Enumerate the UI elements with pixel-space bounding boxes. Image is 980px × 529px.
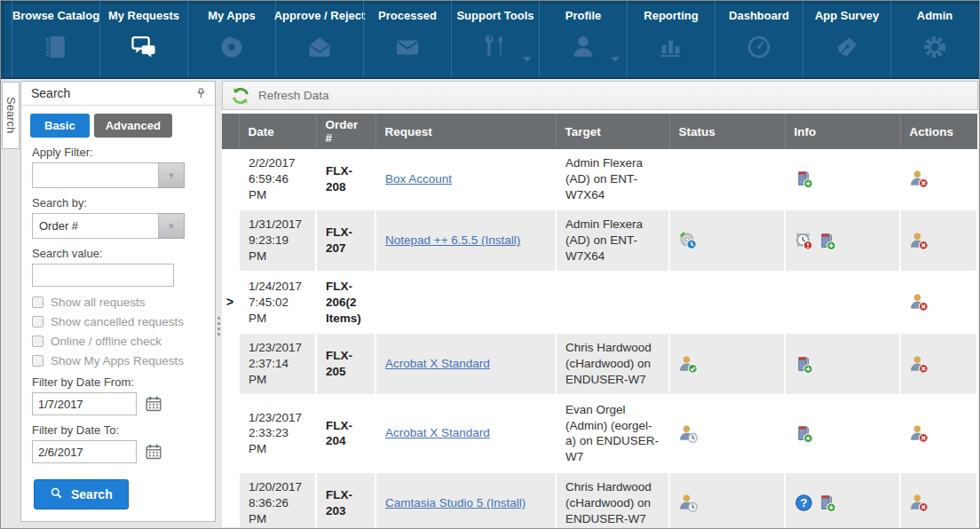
user-cancel-icon[interactable] <box>910 424 929 443</box>
column-header-target[interactable]: Target <box>556 114 669 149</box>
search-panel-collapsed-tab[interactable]: Search <box>2 82 20 149</box>
checkbox-box[interactable] <box>32 355 43 367</box>
tab-basic[interactable]: Basic <box>30 114 90 138</box>
user-cancel-icon[interactable] <box>910 170 929 188</box>
alarm-alert-icon[interactable] <box>794 232 813 250</box>
tab-my-requests[interactable]: My Requests <box>99 1 187 77</box>
request-link[interactable]: Acrobat X Standard <box>385 426 490 439</box>
calendar-icon[interactable] <box>145 395 162 413</box>
checkbox-label: Show cancelled requests <box>51 315 184 328</box>
tab-admin[interactable]: Admin <box>890 1 978 77</box>
order-cell: FLX-208 <box>316 149 375 209</box>
question-icon[interactable]: ? <box>794 493 813 512</box>
tab-app-survey[interactable]: App Survey <box>802 1 890 77</box>
software-add-icon[interactable] <box>794 170 813 188</box>
column-header-expander[interactable] <box>222 114 239 149</box>
tab-profile[interactable]: Profile <box>539 1 627 77</box>
tab-browse-catalog[interactable]: Browse Catalog <box>12 1 99 77</box>
tab-advanced[interactable]: Advanced <box>94 114 172 138</box>
search-form: Apply Filter: ▼ Search by: Order # ▼ Sea… <box>21 146 215 509</box>
tab-approve-reject[interactable]: Approve / Reject <box>275 1 363 77</box>
request-link[interactable]: Notepad ++ 6.5.5 (Install) <box>385 233 520 247</box>
app-window: Browse CatalogMy RequestsMy AppsApprove … <box>0 0 980 529</box>
refresh-icon[interactable] <box>231 86 250 106</box>
actions-cell <box>900 333 977 394</box>
tab-my-apps[interactable]: My Apps <box>187 1 275 77</box>
pin-icon[interactable] <box>194 87 208 100</box>
expand-arrow-icon[interactable]: > <box>226 295 233 309</box>
checkbox-show-all-requests[interactable]: Show all requests <box>32 296 204 309</box>
table-row: 2/2/20176:59:46 PMFLX-208Box AccountAdmi… <box>222 149 977 209</box>
tab-support-tools[interactable]: Support Tools <box>451 1 539 77</box>
date-cell: 1/23/20172:37:14 PM <box>239 333 316 394</box>
request-link[interactable]: Camtasia Studio 5 (Install) <box>385 496 526 509</box>
column-header-info[interactable]: Info <box>785 114 900 149</box>
search-panel-header: Search <box>21 82 215 106</box>
software-add-icon[interactable] <box>794 424 813 443</box>
request-link[interactable]: Box Account <box>385 172 452 186</box>
actions-cell <box>900 395 977 472</box>
user-cancel-icon[interactable] <box>910 493 929 512</box>
tab-processed[interactable]: Processed <box>363 1 451 77</box>
checkbox-list: Show all requestsShow cancelled requests… <box>32 296 204 367</box>
column-header-request[interactable]: Request <box>375 114 556 149</box>
checkbox-show-cancelled-requests[interactable]: Show cancelled requests <box>32 315 204 328</box>
chat-icon <box>130 33 158 61</box>
chevron-down-icon[interactable] <box>611 57 620 62</box>
apply-filter-dropdown[interactable]: ▼ <box>32 162 185 188</box>
user-cancel-icon[interactable] <box>910 232 929 250</box>
tab-label: Profile <box>565 9 601 22</box>
search-icon <box>50 486 63 502</box>
tools-icon <box>481 33 510 61</box>
chevron-down-icon[interactable]: ▼ <box>159 162 185 188</box>
search-value-input[interactable] <box>32 264 174 287</box>
expander-cell <box>222 395 239 472</box>
calendar-icon[interactable] <box>145 443 162 461</box>
date-to-input[interactable] <box>32 440 137 463</box>
chevron-down-icon[interactable]: ▼ <box>159 213 185 239</box>
refresh-data-label[interactable]: Refresh Data <box>258 89 329 102</box>
apply-filter-label: Apply Filter: <box>32 146 204 159</box>
table-row: >1/24/20177:45:02 PMFLX-206(2 Items) <box>222 272 977 333</box>
tab-dashboard[interactable]: Dashboard <box>715 1 802 77</box>
checkbox-show-my-apps-requests[interactable]: Show My Apps Requests <box>32 354 204 367</box>
chevron-down-icon[interactable] <box>523 57 532 62</box>
checkbox-box[interactable] <box>32 316 43 328</box>
checkbox-online-offline-check[interactable]: Online / offline check <box>32 335 204 348</box>
target-cell: Admin Flexera (AD) on ENT-W7X64 <box>556 149 669 209</box>
tab-label: My Apps <box>208 9 256 22</box>
search-value-label: Search value: <box>32 247 204 260</box>
software-add-icon[interactable] <box>818 232 836 250</box>
date-cell: 2/2/20176:59:46 PM <box>239 149 316 209</box>
table-header-row: DateOrder #RequestTargetStatusInfoAction… <box>222 114 977 149</box>
request-link[interactable]: Acrobat X Standard <box>385 357 490 370</box>
column-header-actions[interactable]: Actions <box>900 114 977 149</box>
user-cancel-icon[interactable] <box>910 355 929 374</box>
date-from-group <box>32 392 204 415</box>
checkbox-box[interactable] <box>32 336 43 347</box>
actions-cell <box>900 272 977 333</box>
splitter-handle[interactable] <box>217 317 220 336</box>
column-header-status[interactable]: Status <box>669 114 785 149</box>
software-add-icon[interactable] <box>818 493 836 512</box>
table-row: 1/20/20178:36:26 PMFLX-203Camtasia Studi… <box>222 472 977 527</box>
search-button[interactable]: Search <box>34 479 129 509</box>
expander-cell[interactable]: > <box>222 272 239 333</box>
date-from-input[interactable] <box>32 392 137 415</box>
search-mode-tabs: Basic Advanced <box>30 114 215 138</box>
checkbox-box[interactable] <box>32 296 43 308</box>
tab-reporting[interactable]: Reporting <box>627 1 715 77</box>
tab-label: Support Tools <box>456 9 533 22</box>
status-cell <box>669 333 785 394</box>
search-panel-title: Search <box>31 86 70 100</box>
column-header-date[interactable]: Date <box>239 114 316 149</box>
user-cancel-icon[interactable] <box>910 293 929 312</box>
search-by-dropdown[interactable]: Order # ▼ <box>32 213 185 239</box>
info-cell: ? <box>785 472 900 527</box>
workspace: Search Search Basic Advanced Apply Filte… <box>1 79 979 528</box>
pen-icon <box>833 33 861 61</box>
status-cell <box>669 209 785 271</box>
software-add-icon[interactable] <box>794 355 813 374</box>
status-cell <box>669 272 785 333</box>
column-header-order[interactable]: Order # <box>316 114 375 149</box>
